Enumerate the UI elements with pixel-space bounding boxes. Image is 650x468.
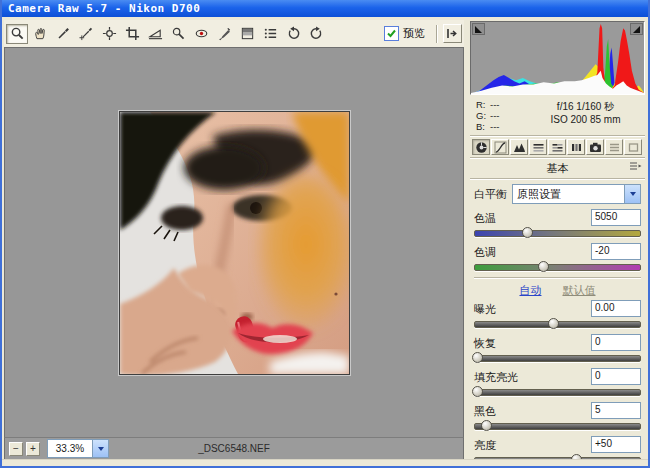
tab-presets[interactable] — [605, 139, 623, 155]
check-icon — [386, 28, 397, 39]
shadow-clipping-button[interactable] — [472, 23, 485, 35]
basic-panel: 白平衡 原照设置 色温5050色调-20 自动 默认值 曝光0.00恢复0填充亮… — [470, 179, 645, 460]
auto-default-links: 自动 默认值 — [474, 283, 641, 298]
portrait-image — [120, 112, 349, 374]
image-canvas[interactable] — [4, 47, 464, 437]
slider-row: 色温5050 — [474, 209, 641, 237]
slider-value-input[interactable]: 5050 — [591, 209, 641, 226]
auto-link[interactable]: 自动 — [519, 284, 541, 296]
default-link[interactable]: 默认值 — [563, 284, 596, 296]
photo-preview[interactable] — [119, 111, 350, 375]
toolbar-separator — [436, 25, 438, 43]
slider-track[interactable] — [474, 321, 641, 328]
fullscreen-toggle-button[interactable] — [443, 24, 462, 43]
slider-value-input[interactable]: 0 — [591, 334, 641, 351]
tab-basic[interactable] — [472, 139, 490, 155]
zoom-in-button[interactable]: + — [26, 442, 40, 456]
spot-removal-tool-icon[interactable] — [167, 24, 189, 44]
preferences-icon[interactable] — [259, 24, 281, 44]
graduated-filter-tool-icon[interactable] — [236, 24, 258, 44]
slider-row: 填充亮光0 — [474, 368, 641, 396]
slider-row: 亮度+50 — [474, 436, 641, 460]
title-bar[interactable]: Camera Raw 5.7 - Nikon D700 — [2, 0, 648, 17]
zoom-level-value: 33.3% — [48, 443, 92, 454]
red-eye-tool-icon[interactable] — [190, 24, 212, 44]
slider-value-input[interactable]: 0.00 — [591, 300, 641, 317]
panel-menu-button[interactable] — [627, 160, 643, 172]
zoom-out-button[interactable]: − — [9, 442, 23, 456]
histogram — [470, 21, 645, 95]
slider-row: 曝光0.00 — [474, 300, 641, 328]
targeted-adjustment-tool-icon[interactable] — [98, 24, 120, 44]
camera-raw-dialog: Camera Raw 5.7 - Nikon D700 预览 — [0, 0, 650, 468]
highlight-clipping-button[interactable] — [630, 23, 643, 35]
zoom-dropdown-button[interactable] — [92, 440, 108, 457]
adjustment-brush-tool-icon[interactable] — [213, 24, 235, 44]
color-sampler-tool-icon[interactable] — [75, 24, 97, 44]
chevron-down-icon — [630, 192, 636, 196]
white-balance-dropdown-button[interactable] — [624, 185, 640, 203]
preview-label: 预览 — [403, 26, 425, 41]
slider-label: 色温 — [474, 211, 496, 226]
slider-track[interactable] — [474, 264, 641, 271]
status-bar: − + 33.3% _DSC6548.NEF — [4, 437, 464, 460]
tab-hsl-grayscale[interactable] — [529, 139, 547, 155]
slider-value-input[interactable]: 5 — [591, 402, 641, 419]
slider-track[interactable] — [474, 423, 641, 430]
tab-snapshots[interactable] — [624, 139, 642, 155]
tab-split-toning[interactable] — [548, 139, 566, 155]
slider-value-input[interactable]: 0 — [591, 368, 641, 385]
slider-thumb[interactable] — [472, 352, 483, 363]
highlight-clipping-icon — [633, 26, 640, 33]
slider-track[interactable] — [474, 389, 641, 396]
zoom-level-select[interactable]: 33.3% — [47, 439, 109, 458]
slider-label: 曝光 — [474, 302, 496, 317]
adjustments-panel: R:--- G:--- B:--- f/16 1/160 秒 ISO 200 8… — [466, 17, 648, 460]
crop-tool-icon[interactable] — [121, 24, 143, 44]
straighten-tool-icon[interactable] — [144, 24, 166, 44]
slider-thumb[interactable] — [472, 386, 483, 397]
b-value: --- — [490, 121, 500, 132]
rotate-left-icon[interactable] — [282, 24, 304, 44]
panel-title-bar: 基本 — [470, 157, 645, 179]
white-balance-tool-icon[interactable] — [52, 24, 74, 44]
slider-value-input[interactable]: +50 — [591, 436, 641, 453]
shot-info: f/16 1/160 秒 ISO 200 85 mm — [528, 99, 643, 132]
fullscreen-arrow-icon — [446, 27, 459, 40]
slider-track[interactable] — [474, 230, 641, 237]
slider-label: 亮度 — [474, 438, 496, 453]
dialog-bottom-frame — [2, 459, 648, 466]
white-balance-label: 白平衡 — [474, 187, 512, 202]
preview-toggle[interactable]: 预览 — [384, 26, 425, 41]
slider-row: 黑色5 — [474, 402, 641, 430]
aperture-shutter-label: f/16 1/160 秒 — [528, 100, 643, 113]
slider-track[interactable] — [474, 355, 641, 362]
slider-thumb[interactable] — [548, 318, 559, 329]
panel-title: 基本 — [547, 162, 569, 174]
panel-tabs — [470, 136, 645, 155]
flyout-menu-icon — [629, 161, 642, 171]
zoom-tool-icon[interactable] — [6, 24, 28, 44]
g-value: --- — [490, 110, 500, 121]
exif-info: R:--- G:--- B:--- f/16 1/160 秒 ISO 200 8… — [470, 95, 645, 136]
hand-tool-icon[interactable] — [29, 24, 51, 44]
window-title: Camera Raw 5.7 - Nikon D700 — [8, 2, 200, 15]
tab-camera-calibration[interactable] — [586, 139, 604, 155]
shadow-clipping-icon — [475, 26, 482, 33]
rotate-right-icon[interactable] — [305, 24, 327, 44]
tab-detail[interactable] — [510, 139, 528, 155]
chevron-down-icon — [98, 447, 104, 451]
white-balance-value: 原照设置 — [513, 187, 624, 202]
white-balance-select[interactable]: 原照设置 — [512, 184, 641, 204]
slider-thumb[interactable] — [522, 227, 533, 238]
separator — [474, 277, 641, 279]
slider-thumb[interactable] — [538, 261, 549, 272]
tab-lens-corrections[interactable] — [567, 139, 585, 155]
rgb-readout: R:--- G:--- B:--- — [476, 99, 528, 132]
r-value: --- — [490, 99, 500, 110]
tab-tone-curve[interactable] — [491, 139, 509, 155]
slider-thumb[interactable] — [481, 420, 492, 431]
preview-checkbox[interactable] — [384, 26, 399, 41]
slider-value-input[interactable]: -20 — [591, 243, 641, 260]
toolbar: 预览 — [4, 20, 464, 47]
